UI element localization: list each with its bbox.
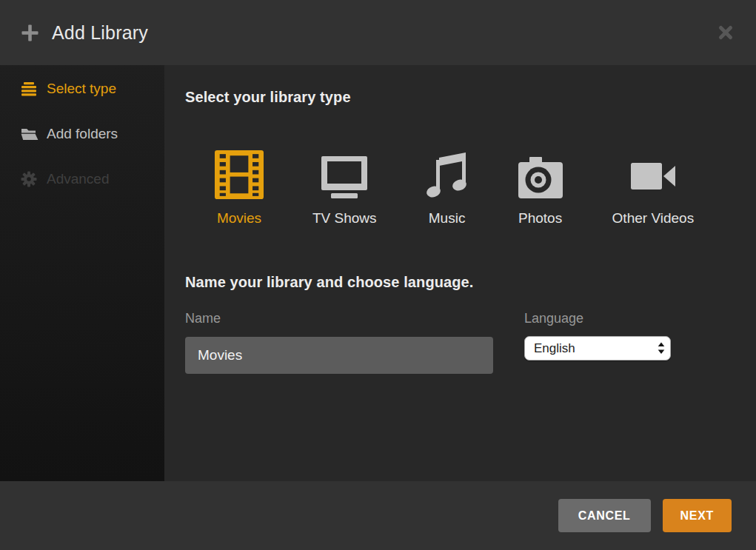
sidebar-item-label: Add folders (47, 126, 118, 142)
folder-open-icon (21, 127, 39, 141)
main-panel: Select your library type (164, 65, 756, 481)
wizard-steps-sidebar: Select type Add folders (0, 65, 164, 481)
sidebar-item-advanced: Advanced (0, 164, 164, 194)
library-type-row: Movies TV Shows (215, 150, 735, 227)
sidebar-item-label: Advanced (47, 171, 110, 187)
tv-icon (319, 150, 369, 199)
sidebar-item-add-folders[interactable]: Add folders (0, 119, 164, 149)
library-type-movies[interactable]: Movies (215, 150, 264, 227)
up-down-arrows-icon (658, 342, 665, 355)
library-type-music[interactable]: Music (426, 150, 469, 227)
library-type-label: TV Shows (312, 210, 377, 227)
library-type-other-videos[interactable]: Other Videos (612, 150, 695, 227)
camera-icon (518, 150, 563, 199)
type-section-heading: Select your library type (185, 89, 735, 106)
library-type-label: Photos (518, 210, 562, 227)
language-field-label: Language (524, 311, 671, 326)
name-field-label: Name (185, 311, 493, 326)
cancel-button[interactable]: CANCEL (558, 499, 651, 532)
video-camera-icon (629, 150, 677, 199)
library-type-label: Movies (217, 210, 261, 227)
dialog-footer: CANCEL NEXT (0, 481, 756, 550)
next-button[interactable]: NEXT (663, 499, 732, 532)
language-select-value: English (534, 341, 575, 356)
sidebar-item-select-type[interactable]: Select type (0, 74, 164, 104)
library-type-photos[interactable]: Photos (518, 150, 563, 227)
music-note-icon (426, 150, 469, 199)
language-select[interactable]: English (524, 336, 671, 360)
add-library-dialog: Add Library Select type (0, 0, 756, 550)
library-type-tv-shows[interactable]: TV Shows (312, 150, 377, 227)
dialog-title: Add Library (52, 22, 148, 44)
language-field-group: Language English (524, 311, 671, 374)
sidebar-item-label: Select type (47, 81, 116, 97)
gear-icon (21, 171, 39, 187)
dialog-body: Select type Add folders (0, 65, 756, 481)
plus-icon (21, 24, 39, 42)
dialog-header: Add Library (0, 0, 756, 65)
name-field-group: Name (185, 311, 493, 374)
library-type-label: Other Videos (612, 210, 695, 227)
name-language-form: Name Language English (185, 311, 735, 374)
list-lines-icon (21, 81, 39, 97)
close-icon[interactable] (717, 24, 734, 41)
library-type-label: Music (429, 210, 466, 227)
name-section-heading: Name your library and choose language. (185, 274, 735, 291)
film-strip-icon (215, 150, 264, 199)
library-name-input[interactable] (185, 337, 493, 374)
